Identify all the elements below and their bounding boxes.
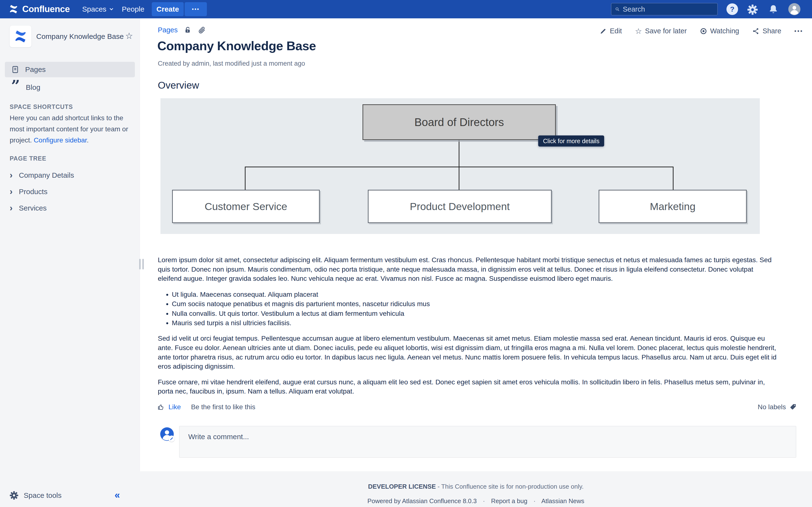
confluence-home-link[interactable]: Confluence <box>8 0 69 18</box>
tag-icon <box>789 403 797 411</box>
person-icon <box>788 3 800 15</box>
org-chart-tooltip: Click for more details <box>538 135 604 147</box>
sidebar-item-pages[interactable]: Pages <box>5 62 135 77</box>
share-button[interactable]: Share <box>752 27 781 35</box>
section-heading-overview: Overview <box>158 80 199 91</box>
space-shortcuts-header: SPACE SHORTCUTS <box>10 103 73 110</box>
tree-item-label: Products <box>19 187 47 196</box>
page-icon <box>11 65 19 74</box>
space-logo[interactable] <box>10 25 32 47</box>
gear-icon <box>10 491 18 500</box>
tree-item-services[interactable]: › Services <box>10 202 47 214</box>
notifications-button[interactable] <box>767 3 779 15</box>
confluence-mark-icon <box>8 4 19 14</box>
space-tools-button[interactable]: Space tools <box>10 491 62 500</box>
org-node-customer-service[interactable]: Customer Service <box>172 190 320 223</box>
create-button[interactable]: Create <box>152 2 184 16</box>
bullet-item: Ut ligula. Maecenas consequat. Aliquam p… <box>172 290 777 299</box>
unlock-icon[interactable] <box>184 26 192 34</box>
page-more-button[interactable]: ••• <box>794 28 803 35</box>
connector-line <box>245 167 246 190</box>
like-button[interactable]: Like <box>168 403 181 411</box>
page-tree-header: PAGE TREE <box>10 155 46 162</box>
eye-icon <box>700 27 707 35</box>
space-tools-label: Space tools <box>24 491 62 500</box>
like-hint: Be the first to like this <box>191 403 255 411</box>
gear-icon <box>747 4 758 15</box>
favourite-star-icon[interactable]: ☆ <box>125 31 133 41</box>
brand-name: Confluence <box>22 4 69 14</box>
labels-button[interactable]: No labels <box>758 403 797 411</box>
nav-people[interactable]: People <box>122 0 144 18</box>
paperclip-icon[interactable] <box>198 26 206 34</box>
breadcrumb: Pages <box>158 26 206 34</box>
comment-input[interactable] <box>180 427 796 457</box>
connector-line <box>459 167 459 190</box>
tree-item-label: Company Details <box>19 171 74 179</box>
org-node-product-development[interactable]: Product Development <box>368 190 552 223</box>
atlassian-news-link[interactable]: Atlassian News <box>541 497 585 505</box>
thumbs-up-icon[interactable] <box>157 403 164 411</box>
comment-box <box>179 426 796 458</box>
blog-quote-icon: ” <box>11 83 20 92</box>
help-button[interactable]: ? <box>726 3 738 15</box>
page-byline: Created by admin, last modified just a m… <box>158 60 305 67</box>
org-chart: Board of Directors Click for more detail… <box>160 98 760 234</box>
connector-line <box>673 167 673 190</box>
page-actions: Edit ☆ Save for later Watching Share ••• <box>600 27 803 35</box>
question-mark-icon: ? <box>730 5 734 13</box>
paragraph: Sed id velit ut orci feugiat tempus. Pel… <box>158 334 777 371</box>
watching-button[interactable]: Watching <box>700 27 739 35</box>
confluence-space-icon <box>13 29 28 44</box>
sidebar-item-label: Blog <box>26 83 40 92</box>
pencil-icon <box>600 28 607 35</box>
org-node-marketing[interactable]: Marketing <box>599 190 747 223</box>
sidebar-item-label: Pages <box>25 65 46 74</box>
org-node-board-of-directors[interactable]: Board of Directors <box>362 104 556 140</box>
footer-links: Powered by Atlassian Confluence 8.0.3 · … <box>140 497 812 505</box>
like-row: Like Be the first to like this <box>157 403 255 411</box>
user-avatar[interactable] <box>788 3 800 15</box>
tree-item-company-details[interactable]: › Company Details <box>10 169 74 181</box>
labels-text: No labels <box>758 403 786 411</box>
search-box <box>611 3 718 15</box>
search-input[interactable] <box>623 5 714 13</box>
admin-settings-button[interactable] <box>747 4 758 15</box>
share-icon <box>752 27 759 35</box>
chevron-right-icon[interactable]: › <box>10 172 12 179</box>
report-bug-link[interactable]: Report a bug <box>491 497 527 505</box>
chevron-down-icon <box>109 6 114 12</box>
chevron-right-icon[interactable]: › <box>10 205 12 212</box>
configure-sidebar-link[interactable]: Configure sidebar <box>34 136 87 144</box>
bullet-item: Cum sociis natoque penatibus et magnis d… <box>172 299 777 308</box>
connector-line <box>459 140 459 167</box>
powered-by-text: Powered by Atlassian Confluence 8.0.3 <box>367 497 476 505</box>
shortcuts-description: Here you can add shortcut links to the m… <box>10 113 129 146</box>
page-title: Company Knowledge Base <box>157 39 316 53</box>
edit-badge-icon <box>168 436 175 442</box>
chevron-right-icon[interactable]: › <box>10 188 12 195</box>
current-user-avatar <box>160 427 174 441</box>
sidebar-collapse-button[interactable]: « <box>114 490 120 501</box>
edit-button[interactable]: Edit <box>600 27 622 35</box>
paragraph: Fusce ornare, mi vitae hendrerit eleifen… <box>158 378 777 396</box>
tree-item-products[interactable]: › Products <box>10 186 47 198</box>
bullet-list: Ut ligula. Maecenas consequat. Aliquam p… <box>158 290 777 328</box>
nav-spaces[interactable]: Spaces <box>82 0 114 18</box>
page-content: Pages Edit ☆ Save for later Watching <box>140 18 812 471</box>
breadcrumb-pages-link[interactable]: Pages <box>158 26 177 34</box>
bullet-item: Nulla convallis. Ut quis tortor. Vestibu… <box>172 309 777 318</box>
save-for-later-button[interactable]: ☆ Save for later <box>635 27 687 35</box>
footer: DEVELOPER LICENSE - This Confluence site… <box>140 471 812 507</box>
article-body: Lorem ipsum dolor sit amet, consectetur … <box>158 256 777 402</box>
license-notice: DEVELOPER LICENSE - This Confluence site… <box>140 483 812 490</box>
space-name[interactable]: Company Knowledge Base <box>36 32 124 41</box>
star-icon: ☆ <box>635 28 642 34</box>
tree-item-label: Services <box>19 204 47 212</box>
nav-more-button[interactable]: ••• <box>185 2 207 16</box>
bullet-item: Mauris sed turpis a nisl ultricies facil… <box>172 318 777 328</box>
sidebar-item-blog[interactable]: ” Blog <box>5 80 135 95</box>
sidebar-resize-handle[interactable] <box>139 259 145 270</box>
search-icon <box>615 6 620 13</box>
space-sidebar: Company Knowledge Base ☆ Pages ” Blog SP… <box>0 18 140 507</box>
